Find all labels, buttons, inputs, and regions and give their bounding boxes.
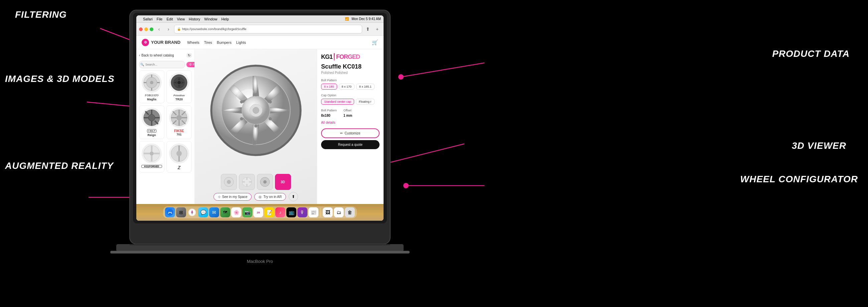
- help-menu[interactable]: Help: [221, 17, 229, 21]
- nav-tires[interactable]: Tires: [204, 40, 212, 45]
- badge-3d-text: 3D: [281, 180, 285, 184]
- dock-messages[interactable]: 💬: [198, 207, 208, 217]
- calendar-icon: 28: [257, 211, 260, 214]
- view-menu[interactable]: View: [177, 17, 185, 21]
- try-ar-label: Try on in AR: [263, 195, 282, 199]
- dock-calendar[interactable]: 28: [253, 207, 263, 217]
- address-bar[interactable]: 🔒 https://yourwebsite.com/brand/kg1forge…: [174, 25, 362, 33]
- bolt-8x170[interactable]: 8 x 170: [339, 84, 355, 90]
- nav-wheels[interactable]: Wheels: [187, 40, 199, 45]
- annotation-3dviewer: 3D VIEWER: [792, 140, 846, 151]
- customize-button[interactable]: ✏ Customize: [321, 129, 379, 138]
- bolt-8x165[interactable]: 8 x 165.1: [356, 84, 375, 90]
- wheel-card-701[interactable]: FIKSE 701: [166, 105, 192, 139]
- svg-point-65: [269, 100, 272, 103]
- dock-tv[interactable]: 📺: [286, 207, 296, 217]
- wheel-card-maglia[interactable]: FORGIATO Maglia: [139, 70, 164, 103]
- see-in-space-button[interactable]: ⊹ See in my Space: [214, 193, 252, 201]
- website: ⚙ YOUR BRAND Wheels Tires Bumpers Lights…: [136, 36, 383, 204]
- cap-option-chips: Standard center cap Floating r: [321, 99, 379, 105]
- svg-rect-16: [116, 244, 404, 251]
- dock-music[interactable]: ♪: [275, 207, 285, 217]
- thumbnail-row: 3D: [197, 174, 314, 190]
- kg1-text: KG1: [321, 54, 333, 60]
- history-menu[interactable]: History: [189, 17, 200, 21]
- dock-news[interactable]: 📰: [308, 207, 318, 217]
- wheel-thumb-kg1: [142, 143, 162, 164]
- annotation-ar: AUGMENTED REALITY: [5, 161, 114, 171]
- fullscreen-button[interactable]: [150, 27, 153, 31]
- window-menu[interactable]: Window: [204, 17, 217, 21]
- logo-divider: [334, 53, 335, 60]
- wheel-card-kg1[interactable]: KG1FORGED: [139, 141, 164, 173]
- nav-lights[interactable]: Lights: [236, 40, 246, 45]
- svg-point-66: [269, 117, 272, 120]
- nav-bumpers[interactable]: Bumpers: [217, 40, 231, 45]
- svg-point-72: [227, 180, 231, 184]
- images-label: IMAGES & 3D MODELS: [5, 74, 115, 84]
- dock-finder2[interactable]: 🗂: [334, 207, 344, 217]
- svg-point-64: [254, 93, 257, 96]
- brand-name: YOUR BRAND: [151, 40, 180, 45]
- thumb-3[interactable]: [257, 174, 273, 190]
- filter-button[interactable]: ⚙ Filters: [186, 62, 195, 67]
- minimize-button[interactable]: [144, 27, 148, 31]
- dock-divider: [320, 208, 321, 217]
- preview-icon: 🖼: [326, 210, 330, 215]
- brand-logo[interactable]: ⚙ YOUR BRAND: [142, 39, 180, 46]
- spec-bolt-label: Bolt Pattern: [321, 109, 337, 112]
- safari-menu[interactable]: Safari: [143, 17, 153, 21]
- ar-label: AUGMENTED REALITY: [5, 161, 114, 171]
- dock-launchpad[interactable]: ⊞: [176, 207, 186, 217]
- edit-menu[interactable]: Edit: [166, 17, 173, 21]
- dock-mail[interactable]: ✉: [209, 207, 219, 217]
- try-on-ar-button[interactable]: ◎ Try on in AR: [254, 193, 286, 201]
- svg-line-7: [401, 63, 485, 77]
- dock-facetime[interactable]: 📷: [242, 207, 252, 217]
- brand-forgiato: FORGIATO: [141, 94, 162, 97]
- wheel-card-tr20[interactable]: Primitive TR20: [166, 70, 192, 103]
- dock-finder[interactable]: [165, 207, 175, 217]
- wheel-card-reign[interactable]: BBILT Reign: [139, 105, 164, 139]
- finder2-icon: 🗂: [336, 210, 341, 215]
- share-button[interactable]: ⬆: [289, 192, 298, 201]
- thumb-2[interactable]: [239, 174, 255, 190]
- thumb-1[interactable]: [221, 174, 237, 190]
- maps-icon: 🗺: [223, 210, 227, 215]
- forward-button[interactable]: ›: [165, 25, 172, 33]
- all-details-link[interactable]: All details: [321, 121, 379, 124]
- thumb-3d[interactable]: 3D: [275, 174, 291, 190]
- mail-icon: ✉: [212, 210, 216, 215]
- request-quote-button[interactable]: Request a quote: [321, 140, 379, 149]
- dock-photos[interactable]: 🌸: [231, 207, 241, 217]
- search-input[interactable]: [139, 61, 185, 68]
- share-button[interactable]: ⬆: [364, 25, 372, 33]
- dock-trash[interactable]: 🗑: [345, 207, 355, 217]
- brand-kg1-badge: KG1FORGED: [141, 165, 162, 168]
- svg-point-81: [169, 212, 170, 213]
- cap-floating[interactable]: Floating r: [356, 99, 375, 105]
- dock-preview[interactable]: 🖼: [323, 207, 333, 217]
- brand-icon: ⚙: [142, 39, 149, 46]
- cart-icon[interactable]: 🛒: [372, 39, 378, 46]
- brand-bilt: BBILT: [147, 129, 156, 133]
- dock-safari[interactable]: [187, 207, 197, 217]
- file-menu[interactable]: File: [157, 17, 163, 21]
- new-tab-button[interactable]: +: [374, 25, 381, 33]
- viewer-bottom: 3D ⊹ See in my Space ◎ Try on in AR: [195, 171, 317, 204]
- wheel-card-z[interactable]: Z: [166, 141, 192, 173]
- svg-point-63: [253, 107, 259, 113]
- product-info: KG1 FORGED Scuffle KC018 Polished Polish…: [317, 49, 383, 204]
- dock-stickies[interactable]: 📝: [264, 207, 274, 217]
- back-button[interactable]: ‹: [155, 25, 163, 33]
- podcasts-icon: 🎙: [300, 210, 305, 215]
- back-to-catalog[interactable]: ‹ Back to wheel catalog ↻: [139, 52, 192, 59]
- cap-standard[interactable]: Standard center cap: [321, 99, 354, 105]
- dock-maps[interactable]: 🗺: [220, 207, 230, 217]
- close-button[interactable]: [139, 27, 143, 31]
- svg-line-9: [371, 144, 464, 167]
- bolt-8x180[interactable]: 8 x 180: [321, 84, 337, 90]
- spec-bolt-value: 8x180: [321, 114, 331, 117]
- wheel-name-tr20: TR20: [169, 97, 189, 101]
- dock-podcasts[interactable]: 🎙: [297, 207, 307, 217]
